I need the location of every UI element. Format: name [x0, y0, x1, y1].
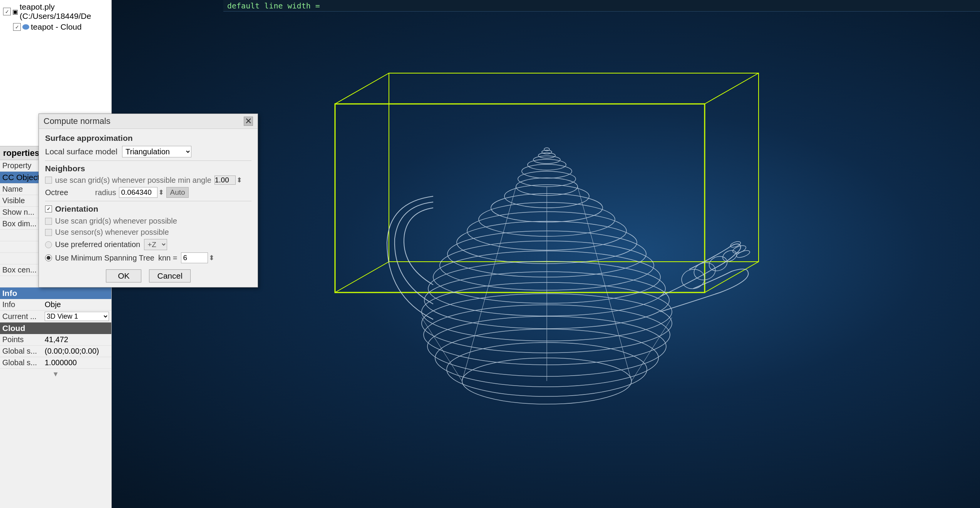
prop-boxcen-blank [0, 253, 42, 264]
svg-point-18 [457, 221, 637, 264]
scroll-indicator: ▼ [0, 369, 111, 380]
svg-point-28 [538, 153, 555, 158]
svg-line-3 [335, 262, 389, 292]
info-section-header: Info [0, 287, 111, 299]
scan-grid-orientation-label: Use scan grid(s) whenever possible [55, 217, 177, 226]
prop-boxcen-blank2 [0, 276, 42, 287]
svg-point-9 [427, 316, 666, 376]
info-section-label: Info [2, 289, 17, 297]
current-value: 3D View 1 [42, 311, 111, 323]
file-checkbox[interactable] [3, 8, 11, 15]
svg-line-35 [422, 318, 462, 381]
auto-button[interactable]: Auto [166, 187, 188, 198]
cancel-button[interactable]: Cancel [149, 269, 190, 282]
min-angle-input[interactable] [214, 175, 236, 185]
preferred-orientation-row: Use preferred orientation +Z -Z +X -X +Y… [45, 239, 251, 250]
dialog-titlebar: Compute normals ✕ [39, 114, 258, 129]
preferred-orientation-label: Use preferred orientation [55, 240, 140, 249]
svg-rect-5 [389, 73, 759, 262]
svg-point-15 [433, 251, 660, 303]
svg-point-30 [544, 148, 549, 151]
prop-name-label: Name [0, 184, 42, 195]
svg-point-22 [504, 185, 589, 208]
direction-select[interactable]: +Z -Z +X -X +Y -Y [144, 239, 167, 250]
local-surface-row: Local surface model Triangulation Quadri… [45, 146, 251, 157]
orientation-checkbox[interactable] [45, 206, 52, 212]
points-label: Points [0, 334, 42, 346]
svg-point-17 [447, 231, 646, 277]
svg-rect-0 [335, 104, 705, 292]
use-sensor-row: Use sensor(s) whenever possible [45, 228, 251, 237]
svg-line-4 [705, 262, 759, 292]
svg-point-24 [518, 171, 576, 187]
svg-point-39 [680, 267, 706, 291]
svg-point-41 [707, 254, 729, 273]
prop-boxdim-blank2 [0, 241, 42, 253]
dialog-buttons: OK Cancel [45, 269, 251, 282]
surface-model-select[interactable]: Triangulation Quadric Height function [122, 146, 191, 157]
cloud-checkbox[interactable] [13, 23, 21, 31]
dialog-close-button[interactable]: ✕ [244, 117, 253, 126]
tree-item-file[interactable]: ▣ teapot.ply (C:/Users/18449/De [2, 2, 110, 22]
svg-point-13 [424, 272, 669, 329]
scan-grid-label: use scan grid(s) whenever possible min a… [55, 176, 211, 185]
file-label: teapot.ply (C:/Users/18449/De [20, 2, 108, 21]
svg-point-8 [435, 329, 658, 387]
svg-point-10 [424, 305, 670, 365]
scan-grid-orientation-checkbox[interactable] [45, 218, 52, 225]
svg-point-21 [491, 194, 603, 222]
knn-input[interactable] [181, 252, 208, 263]
svg-point-37 [736, 249, 751, 259]
surface-approx-title: Surface approximation [45, 134, 251, 143]
svg-point-38 [730, 241, 741, 249]
preferred-orientation-radio[interactable] [45, 241, 52, 248]
globalshift-value: (0.00;0.00;0.00) [42, 346, 111, 357]
svg-point-11 [422, 294, 672, 353]
svg-line-1 [335, 73, 389, 104]
mst-radio[interactable] [45, 254, 52, 261]
info-label: Info [0, 299, 42, 311]
orientation-title-text: Orientation [55, 204, 98, 214]
scan-grid-row: use scan grid(s) whenever possible min a… [45, 175, 251, 185]
cloud-section-label: Cloud [2, 324, 25, 333]
sensor-label: Use sensor(s) whenever possible [55, 228, 169, 237]
bounding-box-svg [223, 12, 980, 508]
ok-button[interactable]: OK [106, 269, 141, 282]
cloud-table: Points 41,472 Global s... (0.00;0.00;0.0… [0, 334, 111, 369]
prop-visible-label: Visible [0, 195, 42, 207]
svg-point-26 [528, 159, 566, 170]
knn-label: knn = [158, 254, 177, 262]
knn-spinner: ⬍ [209, 254, 214, 262]
neighbors-title: Neighbors [45, 164, 251, 173]
svg-point-40 [692, 261, 717, 282]
current-select[interactable]: 3D View 1 [45, 312, 109, 321]
radius-input[interactable] [119, 187, 157, 198]
file-icon: ▣ [12, 8, 18, 15]
cloud-icon [22, 24, 29, 30]
use-scan-grid-orientation-row: Use scan grid(s) whenever possible [45, 217, 251, 226]
orientation-section: Orientation [45, 204, 251, 214]
radius-label: radius [95, 188, 116, 197]
svg-point-7 [447, 343, 647, 396]
globalscale-value: 1.000000 [42, 357, 111, 369]
sensor-checkbox[interactable] [45, 229, 52, 236]
scan-grid-checkbox[interactable] [45, 177, 52, 184]
dialog-content: Surface approximation Local surface mode… [39, 129, 258, 287]
prop-boxdim-blank [0, 230, 42, 241]
prop-boxdim-label: Box dim... [0, 218, 42, 230]
current-label: Current ... [0, 311, 42, 323]
mst-row: Use Minimum Spanning Tree knn = ⬍ [45, 252, 251, 263]
separator-2 [45, 201, 251, 201]
teapot-wireframe [223, 12, 980, 508]
svg-point-16 [440, 241, 654, 290]
globalshift-label: Global s... [0, 346, 42, 357]
spinner-icon: ⬍ [236, 176, 242, 184]
svg-point-29 [542, 150, 552, 154]
mst-label: Use Minimum Spanning Tree [55, 254, 154, 262]
svg-line-2 [705, 73, 759, 104]
tree-item-cloud[interactable]: teapot - Cloud [2, 22, 110, 32]
info-table: Info Obje Current ... 3D View 1 [0, 299, 111, 323]
cloud-label: teapot - Cloud [31, 22, 82, 32]
console-text: default line width = [227, 1, 320, 10]
svg-line-33 [462, 187, 516, 381]
